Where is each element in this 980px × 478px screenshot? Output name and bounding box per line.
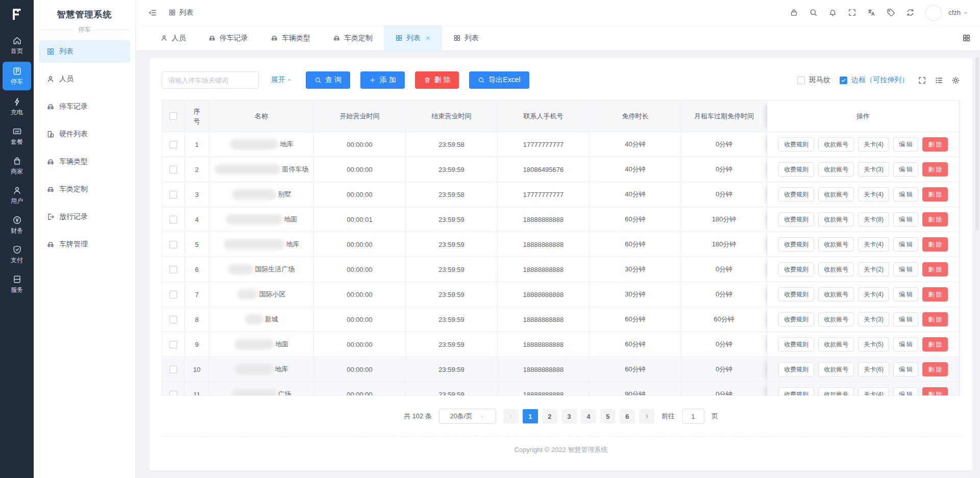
prev-page-button[interactable] <box>503 409 519 423</box>
gates-button[interactable]: 关卡(3) <box>858 162 889 177</box>
edit-button[interactable]: 编 辑 <box>893 212 918 227</box>
rail-item-home[interactable]: 首页 <box>3 32 31 59</box>
collapse-sidebar-icon[interactable] <box>148 8 157 17</box>
sidebar-item-plate-management[interactable]: 车牌管理 <box>39 233 130 256</box>
payment-account-button[interactable]: 收款账号 <box>818 287 854 301</box>
page-button-6[interactable]: 6 <box>620 409 635 423</box>
fee-rules-button[interactable]: 收费规则 <box>778 137 814 152</box>
column-settings-icon[interactable] <box>935 76 943 85</box>
page-scrollbar[interactable] <box>975 57 979 231</box>
payment-account-button[interactable]: 收款账号 <box>818 237 854 251</box>
gates-button[interactable]: 关卡(4) <box>858 137 889 152</box>
edit-button[interactable]: 编 辑 <box>893 262 918 276</box>
refresh-icon[interactable] <box>906 8 915 17</box>
delete-row-button[interactable]: 删 除 <box>922 287 947 301</box>
payment-account-button[interactable]: 收款账号 <box>818 387 854 396</box>
rail-item-merchants[interactable]: 商家 <box>3 153 31 179</box>
edit-button[interactable]: 编 辑 <box>893 312 918 326</box>
edit-button[interactable]: 编 辑 <box>893 237 918 251</box>
delete-row-button[interactable]: 删 除 <box>922 137 947 152</box>
fee-rules-button[interactable]: 收费规则 <box>778 262 814 276</box>
sidebar-item-hardware-list[interactable]: 硬件列表 <box>39 123 130 145</box>
zebra-toggle[interactable]: 斑马纹 <box>797 76 830 85</box>
rail-item-charging[interactable]: 充电 <box>3 93 31 120</box>
gates-button[interactable]: 关卡(8) <box>858 212 889 227</box>
edit-button[interactable]: 编 辑 <box>893 187 918 202</box>
next-page-button[interactable] <box>639 409 654 423</box>
close-tab-icon[interactable] <box>425 35 431 41</box>
delete-row-button[interactable]: 删 除 <box>922 337 947 351</box>
page-button-4[interactable]: 4 <box>581 409 596 423</box>
fee-rules-button[interactable]: 收费规则 <box>778 387 814 396</box>
search-icon[interactable] <box>809 8 818 17</box>
layout-grid-icon[interactable] <box>962 26 971 51</box>
tab-parking-records[interactable]: 停车记录 <box>197 26 259 51</box>
row-select-checkbox[interactable] <box>169 266 177 273</box>
edit-button[interactable]: 编 辑 <box>893 287 918 301</box>
row-select-checkbox[interactable] <box>169 366 177 373</box>
zebra-checkbox[interactable] <box>797 77 805 84</box>
page-button-5[interactable]: 5 <box>600 409 616 423</box>
fee-rules-button[interactable]: 收费规则 <box>778 312 814 326</box>
row-select-checkbox[interactable] <box>169 341 177 348</box>
gates-button[interactable]: 关卡(5) <box>858 337 889 351</box>
payment-account-button[interactable]: 收款账号 <box>818 312 854 326</box>
sidebar-item-release-records[interactable]: 放行记录 <box>39 206 130 228</box>
add-button[interactable]: 添 加 <box>360 71 405 89</box>
goto-page-input[interactable] <box>682 409 704 424</box>
avatar[interactable] <box>925 5 942 21</box>
payment-account-button[interactable]: 收款账号 <box>818 162 854 177</box>
logo[interactable] <box>0 0 34 30</box>
edit-button[interactable]: 编 辑 <box>893 387 918 396</box>
tab-vehicle-types[interactable]: 车辆类型 <box>259 26 322 51</box>
row-select-checkbox[interactable] <box>169 216 177 223</box>
query-button[interactable]: 查 询 <box>306 71 350 89</box>
delete-row-button[interactable]: 删 除 <box>922 362 947 376</box>
gates-button[interactable]: 关卡(4) <box>858 387 889 396</box>
sidebar-item-list[interactable]: 列表 <box>39 40 130 63</box>
rail-item-packages[interactable]: VIP套餐 <box>3 123 31 149</box>
fee-rules-button[interactable]: 收费规则 <box>778 362 814 376</box>
row-select-checkbox[interactable] <box>169 391 177 396</box>
payment-account-button[interactable]: 收款账号 <box>818 337 854 351</box>
delete-row-button[interactable]: 删 除 <box>922 212 947 227</box>
fullscreen-icon[interactable] <box>848 8 856 17</box>
row-select-checkbox[interactable] <box>169 291 177 298</box>
payment-account-button[interactable]: 收款账号 <box>818 362 854 376</box>
row-select-checkbox[interactable] <box>169 241 177 248</box>
sidebar-item-vehicle-class-custom[interactable]: 车类定制 <box>39 178 130 200</box>
fee-rules-button[interactable]: 收费规则 <box>778 187 814 202</box>
gates-button[interactable]: 关卡(4) <box>858 187 889 202</box>
gear-icon[interactable] <box>951 76 960 85</box>
border-checkbox[interactable] <box>840 77 847 84</box>
row-select-checkbox[interactable] <box>169 166 177 173</box>
fee-rules-button[interactable]: 收费规则 <box>778 337 814 351</box>
select-all-checkbox[interactable] <box>169 112 177 120</box>
tab-vehicle-class-custom[interactable]: 车类定制 <box>322 26 384 51</box>
search-input[interactable] <box>162 71 259 89</box>
delete-row-button[interactable]: 删 除 <box>922 387 947 396</box>
sidebar-item-personnel[interactable]: 人员 <box>39 68 130 90</box>
fee-rules-button[interactable]: 收费规则 <box>778 287 814 301</box>
border-toggle[interactable]: 边框（可拉伸列） <box>840 76 909 85</box>
row-select-checkbox[interactable] <box>169 191 177 198</box>
edit-button[interactable]: 编 辑 <box>893 137 918 152</box>
sidebar-item-parking-records[interactable]: 停车记录 <box>39 95 130 118</box>
tag-icon[interactable] <box>887 8 895 17</box>
delete-button[interactable]: 删 除 <box>415 71 459 89</box>
row-select-checkbox[interactable] <box>169 141 177 148</box>
lock-icon[interactable] <box>790 8 798 17</box>
rail-item-parking[interactable]: 停车 <box>3 62 31 90</box>
delete-row-button[interactable]: 删 除 <box>922 237 947 251</box>
export-excel-button[interactable]: 导出Excel <box>469 71 529 89</box>
bell-icon[interactable] <box>828 8 837 17</box>
user-menu[interactable]: cfzh <box>948 9 969 16</box>
rail-item-services[interactable]: 服务 <box>3 271 31 297</box>
gates-button[interactable]: 关卡(6) <box>858 362 889 376</box>
rail-item-payment[interactable]: 支付 <box>3 241 31 268</box>
delete-row-button[interactable]: 删 除 <box>922 187 947 202</box>
sidebar-item-vehicle-types[interactable]: 车辆类型 <box>39 150 130 173</box>
page-button-2[interactable]: 2 <box>542 409 557 423</box>
delete-row-button[interactable]: 删 除 <box>922 162 947 177</box>
page-button-3[interactable]: 3 <box>561 409 577 423</box>
